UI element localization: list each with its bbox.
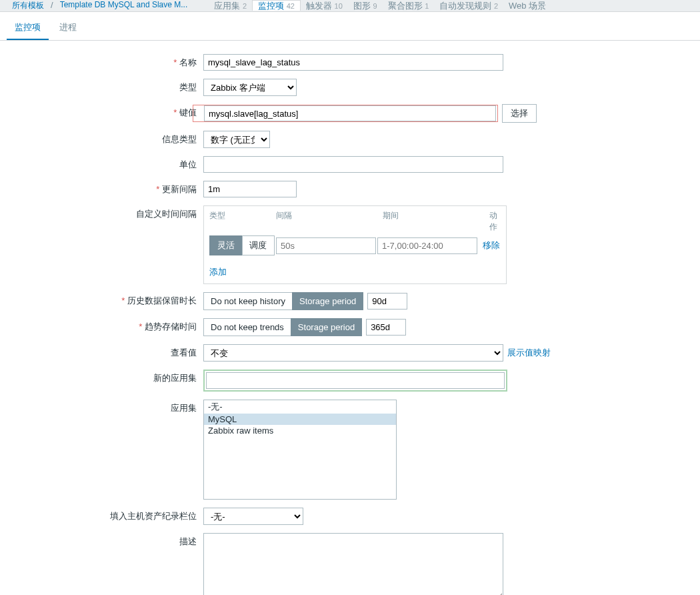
select-key-button[interactable]: 选择	[502, 104, 537, 123]
unit-input[interactable]	[203, 156, 503, 173]
trends-value-input[interactable]	[366, 319, 406, 336]
col-interval: 间隔	[276, 210, 383, 233]
interval-period-input[interactable]	[377, 237, 477, 254]
label-history: 历史数据保留时长	[0, 292, 203, 307]
show-value-map-link[interactable]: 展示值映射	[507, 347, 551, 359]
col-action: 动作	[489, 210, 501, 233]
label-update-interval: 更新间隔	[0, 181, 203, 195]
col-period: 期间	[383, 210, 489, 233]
label-show-value: 查看值	[0, 344, 203, 359]
nav-tab[interactable]: 自动发现规则 2	[434, 1, 503, 11]
inventory-select[interactable]: -无-	[203, 508, 303, 525]
key-input[interactable]	[204, 105, 496, 121]
description-textarea[interactable]	[203, 533, 503, 595]
list-item[interactable]: Zabbix raw items	[204, 425, 396, 436]
tab-process[interactable]: 进程	[51, 16, 85, 40]
link-template[interactable]: Template DB MySQL and Slave M...	[55, 0, 193, 9]
trends-storage-button[interactable]: Storage period	[291, 318, 362, 336]
label-trends: 趋势存储时间	[0, 318, 203, 333]
history-nokeep-button[interactable]: Do not keep history	[203, 292, 292, 310]
name-input[interactable]	[203, 54, 503, 71]
nav-tab[interactable]: 图形 9	[348, 1, 383, 11]
show-value-select[interactable]: 不变	[203, 344, 503, 362]
update-interval-input[interactable]	[203, 181, 297, 197]
label-name: 名称	[0, 54, 203, 69]
breadcrumb-nav: 所有模板 / Template DB MySQL and Slave M... …	[0, 0, 700, 12]
breadcrumb-sep: /	[51, 0, 53, 10]
col-type: 类型	[209, 210, 276, 233]
label-type: 类型	[0, 79, 203, 93]
interval-remove-link[interactable]: 移除	[483, 239, 500, 251]
label-new-app: 新的应用集	[0, 370, 203, 384]
label-custom-intervals: 自定义时间间隔	[0, 205, 203, 220]
trends-nokeep-button[interactable]: Do not keep trends	[203, 318, 291, 336]
type-select[interactable]: Zabbix 客户端	[203, 79, 297, 96]
info-type-select[interactable]: 数字 (无正负)	[203, 131, 270, 148]
list-item[interactable]: -无-	[204, 400, 396, 414]
label-key: 键值	[0, 104, 203, 119]
label-description: 描述	[0, 533, 203, 548]
nav-tab[interactable]: 监控项 42	[252, 0, 301, 11]
nav-tab[interactable]: 触发器 10	[301, 1, 348, 11]
label-inventory: 填入主机资产纪录栏位	[0, 508, 203, 522]
new-app-input[interactable]	[206, 372, 505, 389]
nav-tab[interactable]: Web 场景	[503, 1, 551, 11]
apps-listbox[interactable]: -无-MySQLZabbix raw items	[203, 400, 397, 500]
list-item[interactable]: MySQL	[204, 414, 396, 425]
nav-tab[interactable]: 应用集 2	[209, 1, 252, 11]
item-form: 名称 类型 Zabbix 客户端 键值 选择 信息类型 数字 (无正负) 单位 …	[0, 41, 700, 595]
custom-intervals-box: 类型 间隔 期间 动作 灵活 调度 移除 添加	[203, 205, 507, 284]
history-value-input[interactable]	[367, 293, 407, 310]
history-storage-button[interactable]: Storage period	[292, 292, 363, 310]
label-info-type: 信息类型	[0, 131, 203, 145]
sub-tabs: 监控项 进程	[0, 16, 700, 41]
nav-tab[interactable]: 聚合图形 1	[383, 1, 435, 11]
interval-value-input[interactable]	[276, 237, 376, 254]
label-unit: 单位	[0, 156, 203, 171]
interval-add-link[interactable]: 添加	[209, 267, 227, 277]
interval-flex-button[interactable]: 灵活	[209, 235, 242, 255]
link-all-templates[interactable]: 所有模板	[7, 0, 49, 11]
label-apps: 应用集	[0, 400, 203, 414]
interval-sched-button[interactable]: 调度	[242, 235, 275, 255]
tab-item[interactable]: 监控项	[7, 16, 49, 40]
